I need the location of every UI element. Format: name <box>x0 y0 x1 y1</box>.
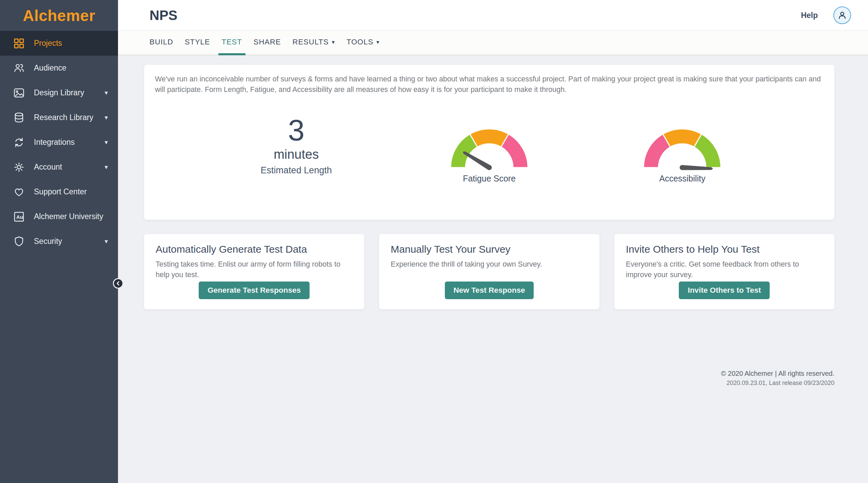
tab-build[interactable]: BUILD <box>146 31 177 55</box>
fatigue-gauge-label: Fatigue Score <box>463 174 516 183</box>
chevron-down-icon: ▾ <box>376 39 380 46</box>
sidebar-item-alchemer-university[interactable]: Au Alchemer University <box>0 204 118 229</box>
sidebar-item-label: Account <box>34 162 62 172</box>
accessibility-stat: Accessibility <box>586 116 779 183</box>
chevron-down-icon: ▾ <box>104 114 108 121</box>
new-test-response-button[interactable]: New Test Response <box>445 282 534 299</box>
chevron-down-icon: ▾ <box>104 237 108 245</box>
card-title: Automatically Generate Test Data <box>156 244 353 255</box>
tab-label: SHARE <box>254 38 281 46</box>
grid-icon <box>13 37 25 50</box>
main-column: NPS Help BUILD STYLE TEST SHARE RESULTS … <box>118 0 868 483</box>
accessibility-gauge-label: Accessibility <box>659 174 705 183</box>
heart-icon <box>13 186 25 198</box>
chevron-down-icon: ▾ <box>104 138 108 146</box>
sidebar-item-research-library[interactable]: Research Library ▾ <box>0 105 118 130</box>
survey-tabbar: BUILD STYLE TEST SHARE RESULTS ▾ TOOLS ▾ <box>118 31 868 55</box>
copyright-text: © 2020 Alchemer | All rights reserved. <box>144 370 834 378</box>
gauge-segment-right <box>501 134 528 168</box>
manually-test-card: Manually Test Your Survey Experience the… <box>379 234 599 309</box>
tab-share[interactable]: SHARE <box>250 31 284 55</box>
tab-tools[interactable]: TOOLS ▾ <box>343 31 383 55</box>
estimated-length-stat: 3 minutes Estimated Length <box>200 116 393 183</box>
test-action-cards: Automatically Generate Test Data Testing… <box>144 234 834 309</box>
sidebar-item-design-library[interactable]: Design Library ▾ <box>0 80 118 105</box>
fatigue-score-stat: Fatigue Score <box>393 116 586 183</box>
sidebar-item-label: Support Center <box>34 187 87 196</box>
tab-results[interactable]: RESULTS ▾ <box>289 31 338 55</box>
card-body: Everyone's a critic. Get some feedback f… <box>626 259 823 280</box>
chevron-down-icon: ▾ <box>332 39 335 46</box>
estimated-length-value: 3 <box>288 116 304 144</box>
gear-icon <box>13 161 25 173</box>
sync-icon <box>13 136 25 149</box>
stats-row: 3 minutes Estimated Length <box>200 116 779 183</box>
test-overview-panel: We've run an inconceivable number of sur… <box>144 65 834 220</box>
card-body: Experience the thrill of taking your own… <box>391 259 588 270</box>
tab-label: BUILD <box>150 38 173 46</box>
sidebar-item-label: Audience <box>34 63 66 73</box>
chevron-left-icon <box>114 279 122 288</box>
release-version-text: 2020.09.23.01, Last release 09/23/2020 <box>144 380 843 387</box>
sidebar-item-security[interactable]: Security ▾ <box>0 229 118 254</box>
invite-others-card: Invite Others to Help You Test Everyone'… <box>614 234 834 309</box>
sidebar-nav: Projects Audience Design <box>0 31 118 254</box>
estimated-length-unit: minutes <box>274 147 319 162</box>
sidebar-item-integrations[interactable]: Integrations ▾ <box>0 130 118 155</box>
topbar-right: Help <box>801 6 851 24</box>
help-link[interactable]: Help <box>801 11 818 20</box>
sidebar-item-label: Alchemer University <box>34 212 103 221</box>
chevron-down-icon: ▾ <box>104 89 108 97</box>
card-title: Manually Test Your Survey <box>391 244 588 255</box>
sidebar-item-label: Integrations <box>34 138 75 147</box>
generate-test-responses-button[interactable]: Generate Test Responses <box>199 282 310 299</box>
alchemer-logo[interactable]: Alchemer <box>23 6 95 25</box>
card-body: Testing takes time. Enlist our army of f… <box>156 259 353 280</box>
user-icon <box>837 10 847 20</box>
sidebar-item-label: Security <box>34 237 62 246</box>
sidebar-item-label: Research Library <box>34 113 93 122</box>
tab-label: STYLE <box>185 38 210 46</box>
shield-icon <box>13 235 25 248</box>
tab-test[interactable]: TEST <box>218 31 245 55</box>
overview-description: We've run an inconceivable number of sur… <box>155 74 824 95</box>
sidebar-item-audience[interactable]: Audience <box>0 56 118 80</box>
tab-label: TEST <box>222 38 242 46</box>
sidebar-item-label: Design Library <box>34 88 84 97</box>
sidebar: Alchemer Projects <box>0 0 118 483</box>
tab-label: RESULTS <box>293 38 329 46</box>
sidebar-item-label: Projects <box>34 39 62 48</box>
au-icon: Au <box>13 211 25 223</box>
topbar: NPS Help <box>118 0 868 31</box>
card-title: Invite Others to Help You Test <box>626 244 823 255</box>
tab-style[interactable]: STYLE <box>181 31 214 55</box>
accessibility-gauge <box>642 126 723 172</box>
logo-wrap: Alchemer <box>0 0 118 31</box>
image-icon <box>13 87 25 99</box>
chevron-down-icon: ▾ <box>104 163 108 171</box>
generate-test-data-card: Automatically Generate Test Data Testing… <box>144 234 364 309</box>
people-icon <box>13 62 25 74</box>
sidebar-collapse-button[interactable] <box>113 278 123 289</box>
page-title: NPS <box>150 8 177 23</box>
database-icon <box>13 112 25 124</box>
fatigue-gauge <box>449 126 530 172</box>
sidebar-item-projects[interactable]: Projects <box>0 31 118 56</box>
sidebar-item-account[interactable]: Account ▾ <box>0 155 118 179</box>
content-area: We've run an inconceivable number of sur… <box>118 55 868 483</box>
estimated-length-caption: Estimated Length <box>261 165 332 176</box>
invite-others-to-test-button[interactable]: Invite Others to Test <box>679 282 770 299</box>
tab-label: TOOLS <box>347 38 373 46</box>
gauge-segment-right <box>694 134 721 168</box>
footer: © 2020 Alchemer | All rights reserved. 2… <box>144 370 834 387</box>
au-icon-text: Au <box>16 214 23 219</box>
sidebar-item-support-center[interactable]: Support Center <box>0 179 118 204</box>
avatar[interactable] <box>833 6 851 24</box>
